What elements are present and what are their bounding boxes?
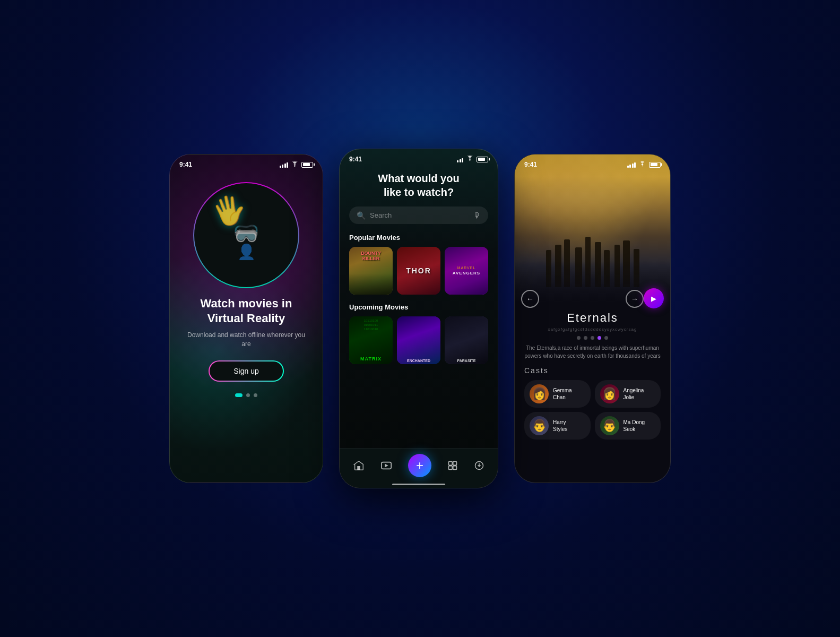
signal-icon-1 (280, 162, 289, 168)
search-bar[interactable]: 🔍 Search 🎙 (349, 206, 488, 224)
casts-section-title: Casts (524, 366, 661, 375)
cast-name-ma-dong-seok: Ma DongSeok (623, 419, 645, 433)
nav-home-button[interactable] (353, 460, 365, 471)
battery-icon-3 (649, 162, 661, 168)
movie-card-matrix[interactable]: 101101000100101111010010 MATRIX (349, 316, 393, 364)
back-button[interactable]: ← (521, 290, 539, 308)
popular-movies-row: BOUNTYKILLER THOR MARVEL AVENGERS (349, 247, 488, 295)
phone-2-browse: 9:41 (339, 149, 498, 488)
movie-card-parasite[interactable]: PARASITE (445, 316, 488, 364)
wifi-icon-1 (291, 161, 299, 168)
dot-1-3 (254, 393, 257, 397)
battery-icon-1 (301, 162, 313, 168)
search-input-placeholder[interactable]: Search (370, 211, 469, 219)
status-bar-2: 9:41 (340, 149, 498, 166)
cast-avatar-angelina-jolie: 👩 (600, 384, 619, 403)
nav-library-button[interactable] (447, 460, 458, 471)
play-button[interactable]: ▶ (644, 288, 664, 308)
svg-rect-5 (453, 466, 457, 470)
signal-icon-3 (627, 162, 636, 168)
movie-avengers-sub: MARVEL (457, 266, 476, 270)
signal-icon-2 (457, 157, 463, 162)
movie-card-thor[interactable]: THOR (397, 247, 440, 295)
status-bar-3: 9:41 (515, 154, 670, 171)
dot3-5 (604, 336, 608, 340)
time-3: 9:41 (524, 161, 537, 168)
search-icon: 🔍 (357, 211, 366, 220)
popular-movies-title: Popular Movies (349, 234, 488, 242)
movie-hero-image (515, 154, 670, 303)
dot3-3 (591, 336, 594, 340)
signup-button[interactable]: Sign up (209, 360, 283, 382)
dot-1-active (235, 393, 243, 397)
svg-rect-4 (449, 466, 453, 470)
phones-container: 9:41 (169, 149, 671, 488)
cast-avatar-gemma-chan: 👩 (530, 384, 549, 403)
svg-rect-2 (449, 462, 453, 466)
battery-icon-2 (477, 157, 488, 162)
cast-avatar-ma-dong-seok: 👨 (600, 416, 619, 435)
cast-card-gemma-chan[interactable]: 👩 GemmaChan (524, 380, 591, 408)
upcoming-movies-row: 101101000100101111010010 MATRIX ENCHANTE… (349, 316, 488, 364)
time-2: 9:41 (349, 156, 362, 163)
status-bar-1: 9:41 (170, 154, 323, 171)
vr-headline: Watch movies in Virtual Reality (183, 296, 309, 325)
status-icons-2 (457, 156, 488, 163)
phone-1-vr-splash: 9:41 (169, 154, 323, 483)
dot3-1 (577, 336, 581, 340)
dot3-4-active (597, 336, 601, 340)
wifi-icon-3 (638, 161, 646, 168)
vr-circle: 🖐 🥽 👤 (193, 182, 299, 288)
movie-card-bounty-killer[interactable]: BOUNTYKILLER (349, 247, 393, 295)
dot3-2 (584, 336, 587, 340)
time-1: 9:41 (179, 161, 192, 168)
cast-card-harry-styles[interactable]: 👨 HarryStyles (524, 412, 591, 440)
status-icons-1 (280, 161, 314, 168)
vr-subtitle: Download and watch offline wherever you … (183, 331, 309, 349)
movie-title-matrix: MATRIX (349, 356, 393, 361)
cast-avatar-harry-styles: 👨 (530, 416, 549, 435)
movie-title-avengers: AVENGERS (453, 271, 480, 276)
phone-1-main-content: Watch movies in Virtual Reality Download… (170, 296, 323, 397)
wifi-icon-2 (466, 156, 474, 163)
svg-rect-3 (453, 462, 457, 466)
cast-card-angelina-jolie[interactable]: 👩 AngelinaJolie (595, 380, 661, 408)
movie-detail-content: Eternals xafgxfgafgfgcdfdsddddsysyxcwycr… (515, 303, 670, 445)
casts-grid: 👩 GemmaChan 👩 AngelinaJolie 👨 Harr (524, 380, 661, 440)
movie-tags: xafgxfgafgfgcdfdsddddsysyxcwycrsag (524, 327, 661, 332)
nav-download-button[interactable] (474, 460, 484, 471)
cast-name-gemma-chan: GemmaChan (553, 387, 572, 401)
status-icons-3 (627, 161, 661, 168)
cast-name-harry-styles: HarryStyles (553, 419, 567, 433)
movie-title-parasite: PARASITE (445, 359, 488, 363)
movie-card-enchanted[interactable]: ENCHANTED (397, 316, 440, 364)
movie-card-avengers[interactable]: MARVEL AVENGERS (445, 247, 488, 295)
forward-button[interactable]: → (626, 290, 644, 308)
browse-heading: What would you like to watch? (349, 171, 488, 199)
movie-title-thor: THOR (406, 266, 431, 275)
bottom-nav-2: + (340, 448, 498, 488)
dot-1-2 (246, 393, 250, 397)
microphone-icon[interactable]: 🎙 (473, 211, 481, 220)
cast-name-angelina-jolie: AngelinaJolie (623, 387, 644, 401)
carousel-dots (524, 336, 661, 340)
cast-card-ma-dong-seok[interactable]: 👨 Ma DongSeok (595, 412, 661, 440)
movie-description: The Eternals,a race of immortal beings w… (524, 344, 661, 360)
onboarding-dots-1 (183, 393, 309, 397)
upcoming-movies-title: Upcoming Movies (349, 303, 488, 311)
movie-title-enchanted: ENCHANTED (397, 359, 440, 363)
home-indicator-2 (392, 484, 445, 485)
nav-add-button[interactable]: + (408, 454, 431, 477)
nav-play-button[interactable] (380, 461, 392, 470)
phone-3-detail: 9:41 (514, 154, 671, 483)
movie-title: Eternals (524, 311, 661, 325)
svg-rect-0 (357, 466, 360, 470)
movie-title-bounty-killer: BOUNTYKILLER (351, 251, 391, 262)
play-icon: ▶ (651, 295, 656, 303)
movie-matrix-code: 101101000100101111010010 (349, 319, 393, 331)
